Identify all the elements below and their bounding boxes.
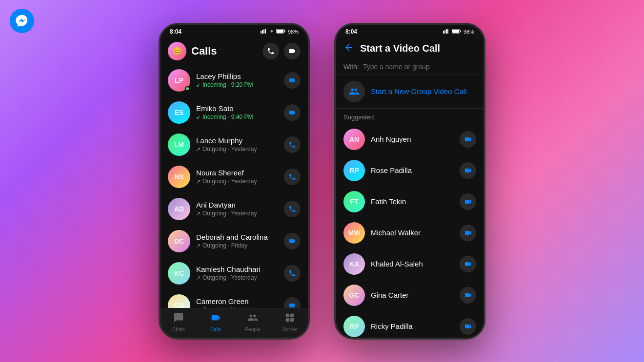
suggested-list-item[interactable]: KA Khaled Al-Saleh — [336, 248, 484, 280]
calls-header-left: 😊 Calls — [168, 42, 217, 60]
svg-rect-9 — [286, 318, 289, 321]
nav-people-icon — [247, 312, 258, 325]
video-call-button[interactable] — [460, 318, 476, 335]
call-action-button[interactable] — [284, 169, 301, 185]
nav-people[interactable]: People — [234, 312, 271, 332]
call-meta: ↗ Outgoing · Yesterday — [196, 146, 278, 152]
status-bar-1: 8:04 98% — [160, 24, 308, 37]
suggested-avatar: RP — [343, 316, 365, 337]
nav-chats-icon — [173, 312, 184, 325]
call-direction-text: Outgoing · Yesterday — [202, 210, 257, 217]
suggested-list-item[interactable]: GC Gina Carter — [336, 280, 484, 311]
suggested-list-item[interactable]: RP Ricky Padilla — [336, 311, 484, 338]
svg-rect-14 — [447, 29, 448, 34]
call-list-item[interactable]: AD Ani Davtyan ↗ Outgoing · Yesterday — [160, 193, 308, 225]
direction-icon: ↗ — [196, 275, 201, 281]
battery-icon-2 — [452, 29, 462, 35]
back-button[interactable] — [343, 42, 354, 55]
status-dot-1 — [261, 29, 267, 35]
status-icons-1: 98% — [261, 29, 299, 35]
call-list-item[interactable]: LP Lacey Phillips ↙ Incoming · 9:20 PM — [160, 64, 308, 96]
call-name: Cameron Green — [196, 297, 278, 305]
call-name: Lance Murphy — [196, 136, 278, 145]
suggested-name: Khaled Al-Saleh — [371, 260, 454, 268]
nav-people-label: People — [245, 327, 260, 332]
nav-calls[interactable]: Calls — [197, 312, 234, 332]
call-info: Ani Davtyan ↗ Outgoing · Yesterday — [196, 201, 278, 217]
call-list-item[interactable]: ES Emiko Sato ↙ Incoming · 9:40 PM — [160, 96, 308, 129]
user-avatar-header[interactable]: 😊 — [168, 42, 186, 60]
call-info: Lance Murphy ↗ Outgoing · Yesterday — [196, 136, 278, 152]
suggested-list-item[interactable]: FT Fatih Tekin — [336, 186, 484, 217]
suggested-label: Suggested — [336, 109, 484, 124]
phone-calls: 8:04 98% 😊 C — [159, 23, 310, 340]
call-name: Kamlesh Chaudhari — [196, 265, 278, 273]
nav-stories[interactable]: Stories — [271, 312, 308, 332]
video-call-button[interactable] — [460, 193, 476, 210]
suggested-avatar: AN — [343, 129, 365, 150]
suggested-name: Michael Walker — [371, 229, 454, 237]
nav-calls-icon — [210, 312, 221, 325]
nav-chats[interactable]: Chats — [160, 312, 197, 332]
header-video-button[interactable] — [284, 43, 301, 59]
status-icons-2: 98% — [443, 29, 474, 35]
video-call-button[interactable] — [460, 162, 476, 179]
search-input[interactable] — [363, 63, 476, 71]
call-action-button[interactable] — [284, 136, 301, 153]
messenger-logo — [10, 9, 34, 33]
video-call-button[interactable] — [460, 225, 476, 241]
svg-rect-0 — [261, 31, 262, 34]
svg-rect-11 — [443, 31, 444, 34]
call-avatar: ES — [168, 101, 190, 124]
call-action-button[interactable] — [284, 72, 301, 89]
call-meta: ↗ Outgoing · Friday — [196, 242, 278, 249]
battery-icon-1 — [276, 29, 286, 35]
call-action-button[interactable] — [284, 201, 301, 217]
call-list-item[interactable]: CG Cameron Green ↗ Outgoing · Yesterday — [160, 289, 308, 308]
call-action-button[interactable] — [284, 104, 301, 121]
suggested-list-item[interactable]: RP Rose Padilla — [336, 155, 484, 186]
call-name: Ani Davtyan — [196, 201, 278, 209]
video-call-button[interactable] — [460, 256, 476, 272]
call-direction-text: Outgoing · Friday — [202, 242, 247, 249]
direction-icon: ↗ — [196, 210, 201, 217]
calls-title: Calls — [191, 45, 217, 57]
call-avatar: KC — [168, 262, 190, 285]
suggested-avatar: GC — [343, 285, 365, 306]
status-time-2: 8:04 — [345, 28, 357, 35]
calls-header: 😊 Calls — [160, 37, 308, 64]
video-call-button[interactable] — [460, 287, 476, 304]
suggested-list-item[interactable]: MW Michael Walker — [336, 217, 484, 248]
call-meta: ↗ Outgoing · Yesterday — [196, 210, 278, 217]
suggested-avatar: FT — [343, 191, 365, 212]
video-call-title: Start a Video Call — [360, 43, 440, 54]
new-group-button[interactable]: Start a New Group Video Call — [336, 75, 484, 109]
video-call-button[interactable] — [460, 131, 476, 148]
nav-stories-icon — [284, 312, 295, 325]
svg-rect-17 — [460, 30, 461, 32]
call-list-item[interactable]: LM Lance Murphy ↗ Outgoing · Yesterday — [160, 129, 308, 161]
call-action-button[interactable] — [284, 265, 301, 282]
call-list-item[interactable]: NS Noura Shereef ↗ Outgoing · Yesterday — [160, 161, 308, 193]
call-direction-text: Outgoing · Yesterday — [202, 146, 257, 152]
suggested-list-item[interactable]: AN Anh Nguyen — [336, 124, 484, 155]
call-list-item[interactable]: KC Kamlesh Chaudhari ↗ Outgoing · Yester… — [160, 257, 308, 289]
call-info: Cameron Green ↗ Outgoing · Yesterday — [196, 297, 278, 308]
header-phone-button[interactable] — [262, 43, 279, 59]
call-action-button[interactable] — [284, 233, 301, 249]
call-action-button[interactable] — [284, 297, 301, 308]
suggested-list: AN Anh Nguyen RP Rose Padilla FT Fatih T… — [336, 124, 484, 338]
suggested-name: Ricky Padilla — [371, 322, 454, 330]
call-avatar: LP — [168, 69, 190, 92]
svg-rect-3 — [265, 29, 266, 34]
direction-icon: ↗ — [196, 146, 201, 152]
svg-rect-12 — [444, 30, 445, 34]
call-info: Kamlesh Chaudhari ↗ Outgoing · Yesterday — [196, 265, 278, 281]
status-bar-2: 8:04 98% — [336, 24, 484, 37]
call-avatar: LM — [168, 133, 190, 156]
header-actions — [262, 43, 301, 59]
nav-stories-label: Stories — [282, 327, 297, 332]
call-direction-text: Outgoing · Yesterday — [202, 178, 257, 185]
calls-screen: 😊 Calls LP — [160, 37, 308, 338]
call-list-item[interactable]: DC Deborah and Carolina ↗ Outgoing · Fri… — [160, 225, 308, 257]
